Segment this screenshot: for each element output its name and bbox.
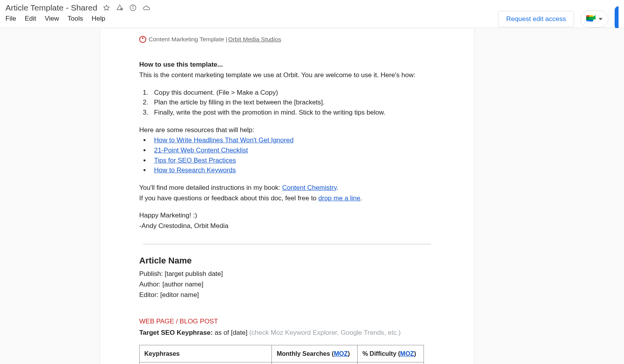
app-header: Article Template - Shared File Edit View — [0, 0, 624, 28]
closing-2: -Andy Crestodina, Orbit Media — [139, 221, 435, 231]
resource-link[interactable]: 21-Point Web Content Checklist — [154, 147, 248, 154]
seo-label: Target SEO Keyphrase: — [139, 329, 214, 336]
resource-link[interactable]: Tips for SEO Best Practices — [154, 157, 236, 164]
menu-tools[interactable]: Tools — [67, 15, 83, 23]
seo-value: as of [date] — [214, 329, 249, 336]
canvas: Content Marketing Template | Orbit Media… — [0, 28, 624, 364]
closing-1: Happy Marketing! :) — [139, 211, 435, 221]
divider — [143, 244, 431, 244]
brand-prefix: Content Marketing Template | — [149, 35, 227, 44]
menu-help[interactable]: Help — [92, 15, 105, 23]
moz-link[interactable]: MOZ — [334, 350, 348, 357]
howto-heading: How to use this template... — [139, 60, 435, 70]
resource-item: 21-Point Web Content Checklist — [150, 146, 435, 155]
article-heading: Article Name — [139, 254, 435, 267]
col-difficulty: % Difficulty (MOZ) — [358, 345, 424, 362]
feedback-prefix: If you have questions or feedback about … — [139, 194, 318, 202]
moz-link[interactable]: MOZ — [400, 350, 414, 357]
book-line: You'll find more detailed instructions i… — [139, 183, 435, 193]
keyphrase-table: Keyphrases Monthly Searches (MOZ) % Diff… — [139, 345, 424, 364]
meta-publish: Publish: [target publish date] — [139, 269, 435, 279]
resources-list: How to Write Headlines That Won't Get Ig… — [150, 136, 435, 175]
menu-edit[interactable]: Edit — [25, 15, 36, 23]
document-title[interactable]: Article Template - Shared — [5, 3, 97, 12]
meet-icon — [586, 14, 596, 24]
meta-editor: Editor: [editor name] — [139, 290, 435, 300]
step-item: Plan the article by filling in the text … — [150, 98, 435, 108]
cloud-icon[interactable] — [142, 4, 150, 12]
resource-item: How to Write Headlines That Won't Get Ig… — [150, 136, 435, 145]
step-item: Copy this document. (File > Make a Copy) — [150, 88, 435, 98]
star-icon[interactable] — [103, 4, 110, 12]
resources-intro: Here are some resources that will help: — [139, 125, 435, 135]
book-link[interactable]: Content Chemistry — [282, 184, 337, 191]
title-icon-group — [103, 4, 150, 12]
request-edit-access-button[interactable]: Request edit access — [498, 11, 574, 27]
col-monthly-searches: Monthly Searches (MOZ) — [272, 345, 358, 362]
header-right: Request edit access — [498, 3, 619, 30]
svg-point-3 — [133, 6, 133, 7]
move-icon[interactable] — [116, 4, 124, 12]
steps-list: Copy this document. (File > Make a Copy)… — [150, 88, 435, 118]
info-icon[interactable] — [129, 4, 137, 12]
resource-item: Tips for SEO Best Practices — [150, 156, 435, 166]
feedback-link[interactable]: drop me a line — [318, 194, 360, 202]
seo-line: Target SEO Keyphrase: as of [date] (chec… — [139, 328, 435, 338]
brand-line: Content Marketing Template | Orbit Media… — [139, 35, 435, 44]
menu-view[interactable]: View — [45, 15, 59, 23]
seo-hint: (check Moz Keyword Explorer, Google Tren… — [249, 329, 401, 336]
col-keyphrases: Keyphrases — [140, 345, 272, 362]
menu-bar: File Edit View Tools Help — [5, 15, 150, 23]
resource-link[interactable]: How to Research Keywords — [154, 166, 236, 174]
meet-button[interactable] — [580, 11, 608, 28]
chevron-down-icon — [599, 18, 603, 20]
book-prefix: You'll find more detailed instructions i… — [139, 184, 282, 191]
step-item: Finally, write the post with the promoti… — [150, 108, 435, 118]
resource-item: How to Research Keywords — [150, 166, 435, 175]
brand-link[interactable]: Orbit Media Studios — [228, 35, 281, 44]
table-row — [140, 362, 424, 364]
header-left: Article Template - Shared File Edit View — [5, 3, 150, 23]
resource-link[interactable]: How to Write Headlines That Won't Get Ig… — [154, 136, 294, 144]
closing-block: Happy Marketing! :) -Andy Crestodina, Or… — [139, 211, 435, 231]
meta-author: Author: [author name] — [139, 280, 435, 290]
orbit-logo-icon — [139, 36, 146, 43]
menu-file[interactable]: File — [5, 15, 16, 23]
feedback-line: If you have questions or feedback about … — [139, 194, 435, 203]
howto-intro: This is the content marketing template w… — [139, 71, 435, 80]
share-edge[interactable] — [615, 6, 619, 30]
title-row: Article Template - Shared — [5, 3, 150, 12]
page[interactable]: Content Marketing Template | Orbit Media… — [100, 28, 474, 364]
section-label: WEB PAGE / BLOG POST — [139, 317, 435, 327]
